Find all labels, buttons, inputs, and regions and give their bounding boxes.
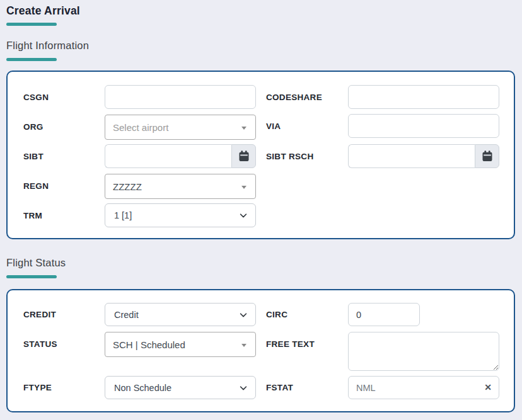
flight-status-underline (6, 275, 57, 278)
section-heading-flight-status: Flight Status (6, 257, 66, 269)
sibt-rsch-input[interactable] (348, 144, 475, 168)
sibt-rsch-input-group (348, 144, 499, 168)
ftype-select[interactable]: Non Schedule (105, 376, 256, 399)
trm-select-value: 1 [1] (114, 210, 132, 220)
caret-down-icon (241, 344, 246, 347)
credit-select[interactable]: Credit (105, 303, 256, 326)
regn-select[interactable]: ZZZZZ (105, 174, 256, 199)
csgn-label: CSGN (23, 91, 49, 103)
flight-information-underline (6, 58, 57, 61)
free-text-textarea[interactable] (348, 332, 499, 371)
sibt-label: SIBT (23, 150, 44, 162)
calendar-icon (481, 150, 494, 162)
org-label: ORG (23, 121, 44, 133)
fstat-input[interactable] (348, 376, 499, 399)
status-label: STATUS (23, 338, 57, 350)
org-select-placeholder: Select airport (113, 122, 168, 133)
calendar-icon (238, 150, 250, 162)
status-select-value: SCH | Scheduled (113, 339, 185, 350)
page-title: Create Arrival (6, 4, 80, 18)
credit-select-value: Credit (114, 310, 139, 320)
regn-select-value: ZZZZZ (113, 181, 142, 192)
via-input[interactable] (348, 114, 499, 138)
fstat-label: FSTAT (266, 382, 293, 394)
via-label: VIA (266, 120, 281, 132)
fstat-field: ✕ (348, 376, 499, 399)
caret-down-icon (241, 127, 246, 130)
codeshare-input[interactable] (348, 85, 499, 109)
chevron-down-icon (239, 211, 248, 220)
fstat-clear-icon[interactable]: ✕ (484, 382, 492, 393)
trm-label: TRM (23, 210, 42, 222)
sibt-rsch-calendar-button[interactable] (475, 144, 499, 168)
status-select[interactable]: SCH | Scheduled (105, 332, 256, 357)
codeshare-label: CODESHARE (266, 91, 322, 103)
ftype-select-value: Non Schedule (114, 383, 171, 393)
regn-label: REGN (23, 180, 49, 192)
sibt-input[interactable] (105, 144, 231, 168)
csgn-input[interactable] (105, 85, 256, 109)
credit-label: CREDIT (23, 309, 56, 321)
caret-down-icon (241, 186, 246, 189)
org-select[interactable]: Select airport (105, 115, 256, 140)
sibt-input-group (105, 144, 256, 168)
circ-label: CIRC (266, 309, 287, 321)
circ-input[interactable] (348, 303, 420, 326)
trm-select[interactable]: 1 [1] (105, 203, 256, 227)
sibt-rsch-label: SIBT RSCH (266, 150, 313, 162)
ftype-label: FTYPE (23, 382, 52, 394)
chevron-down-icon (239, 383, 248, 392)
free-text-label: FREE TEXT (266, 338, 315, 350)
sibt-calendar-button[interactable] (231, 144, 256, 168)
section-heading-flight-information: Flight Information (6, 40, 89, 52)
chevron-down-icon (239, 310, 248, 319)
title-underline (6, 23, 57, 26)
